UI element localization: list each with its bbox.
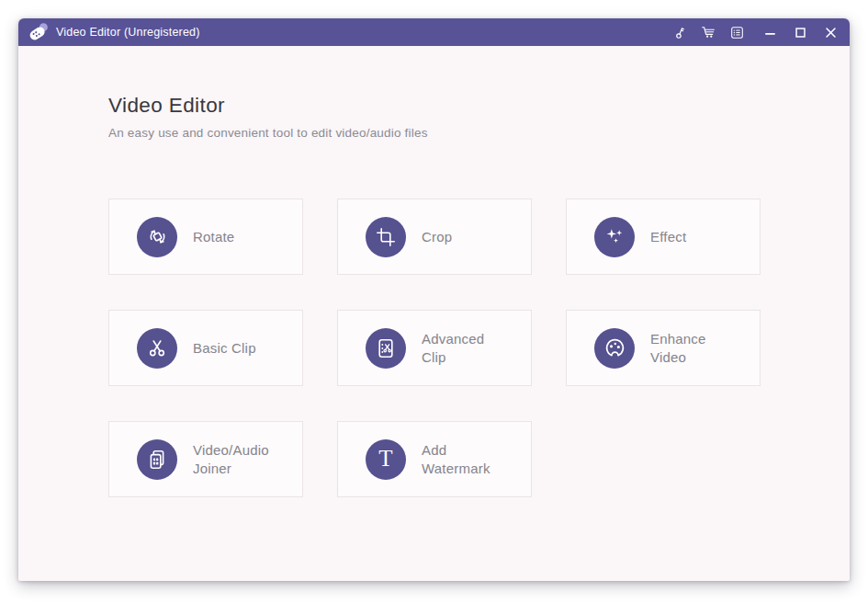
cart-icon[interactable] [700, 24, 716, 40]
rotate-icon [137, 217, 177, 257]
sparkles-icon [594, 217, 635, 257]
scissors-icon [137, 328, 177, 369]
tools-grid: Rotate Crop [108, 199, 850, 497]
register-key-icon[interactable] [671, 24, 688, 40]
maximize-button[interactable] [792, 24, 808, 40]
crop-icon [366, 217, 406, 257]
tool-card-label: Advanced Clip [422, 330, 513, 367]
close-button[interactable] [822, 24, 839, 40]
tool-card-label: Video/Audio Joiner [193, 441, 284, 478]
t-glyph: T [378, 447, 392, 472]
tool-card-enhance-video[interactable]: Enhance Video [566, 310, 761, 386]
tool-card-video-audio-joiner[interactable]: Video/Audio Joiner [108, 421, 303, 497]
tool-card-rotate[interactable]: Rotate [108, 199, 303, 275]
tool-card-advanced-clip[interactable]: Advanced Clip [337, 310, 532, 386]
tool-card-label: Enhance Video [650, 330, 741, 367]
tool-card-basic-clip[interactable]: Basic Clip [108, 310, 303, 386]
tool-card-label: Crop [422, 228, 452, 246]
titlebar: Video Editor (Unregistered) [18, 18, 850, 46]
palette-icon [594, 328, 635, 369]
app-logo-icon [26, 20, 51, 45]
list-menu-icon[interactable] [728, 24, 745, 40]
window-title: Video Editor (Unregistered) [56, 26, 200, 39]
main-content: Video Editor An easy use and convenient … [18, 46, 850, 497]
text-t-icon: T [366, 439, 406, 480]
page-title: Video Editor [108, 94, 850, 118]
minimize-button[interactable] [761, 24, 778, 40]
clip-frame-icon [366, 328, 406, 369]
tool-card-label: Rotate [193, 228, 234, 246]
app-window: Video Editor (Unregistered) [18, 18, 850, 581]
tool-card-label: Effect [650, 228, 686, 246]
tool-card-add-watermark[interactable]: T Add Watermark [337, 421, 532, 497]
stacked-frames-icon [137, 439, 177, 480]
tool-card-crop[interactable]: Crop [337, 199, 532, 275]
page-subtitle: An easy use and convenient tool to edit … [108, 126, 850, 140]
tool-card-label: Basic Clip [193, 339, 256, 358]
tool-card-label: Add Watermark [422, 441, 513, 478]
tool-card-effect[interactable]: Effect [566, 199, 761, 275]
